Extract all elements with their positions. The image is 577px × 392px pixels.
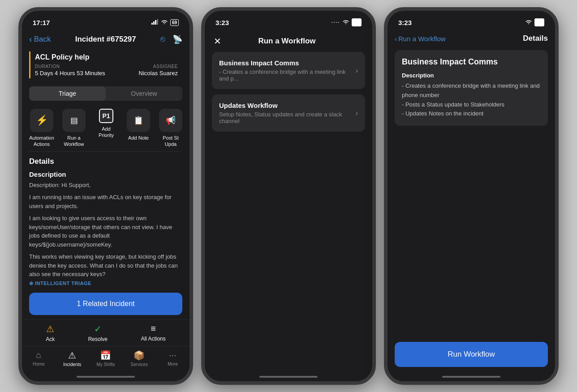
tabnav-shifts-label: My Shifts [96, 362, 115, 367]
close-button[interactable]: ✕ [214, 36, 221, 47]
phone-screen-2: 3:23 ···· ✕ Run a Workflow Business Impa… [201, 7, 376, 385]
back-label-3: Run a Workflow [398, 35, 446, 43]
intelligent-triage[interactable]: ⊕ INTELLIGENT TRIAGE [22, 277, 189, 290]
detail-spacer [388, 129, 555, 335]
run-workflow-icon: ▤ [62, 109, 86, 132]
duration-value: 5 Days 4 Hours 53 Minutes [35, 70, 105, 77]
status-icons-1: 69 [151, 19, 179, 26]
description-sub-title: Description [29, 170, 182, 178]
time-1: 17:17 [33, 19, 50, 26]
share-icon[interactable]: ⎋ [160, 34, 165, 44]
shifts-icon: 📅 [100, 350, 111, 361]
battery-icon-2 [352, 18, 362, 26]
resolve-label: Resolve [88, 336, 108, 342]
related-incident-button[interactable]: 1 Related Incident [29, 293, 182, 315]
back-label: Back [34, 35, 51, 44]
home-icon: ⌂ [36, 350, 41, 360]
incident-meta: DURATION 5 Days 4 Hours 53 Minutes ASSIG… [35, 64, 178, 77]
detail-desc-1: - Posts a Status update to Stakeholders [402, 100, 541, 110]
workflow-1-title: Business Impact Comms [219, 59, 350, 67]
description-text-3: I am looking to give users access to the… [29, 214, 182, 249]
back-to-workflow-button[interactable]: ‹ Run a Workflow [395, 35, 446, 43]
action-run-workflow[interactable]: ▤ Run aWorkflow [60, 109, 88, 148]
post-status-label: Post StUpda [163, 135, 178, 148]
detail-description-label: Description [402, 72, 541, 79]
workflow-item-1[interactable]: Business Impact Comms - Creates a confer… [212, 52, 365, 89]
status-icons-3 [525, 18, 544, 26]
home-indicator-3 [442, 376, 500, 378]
workflow-1-chevron-icon: › [356, 67, 358, 75]
section-title: Details [29, 157, 182, 166]
tabnav-incidents[interactable]: ⚠ Incidents [61, 350, 83, 367]
workflow-item-2[interactable]: Updates Workflow Setup Notes, Status upd… [212, 94, 365, 132]
svg-rect-1 [153, 21, 155, 25]
tabnav-services-label: Services [131, 362, 148, 367]
workflow-2-desc: Setup Notes, Status updates and create a… [219, 111, 350, 124]
tabnav-services[interactable]: 📦 Services [128, 350, 151, 367]
run-workflow-button[interactable]: Run Workflow [395, 342, 548, 367]
time-3: 3:23 [398, 19, 412, 26]
phone-screen-1: 17:17 69 ‹ Back Incident #675297 ⎋ 📡 [18, 7, 193, 385]
status-bar-1: 17:17 69 [22, 11, 189, 30]
incident-header: ACL Policy help DURATION 5 Days 4 Hours … [29, 51, 182, 78]
action-grid: ⚡ AutomationActions ▤ Run aWorkflow P1 A… [22, 105, 189, 151]
tabnav-home[interactable]: ⌂ Home [27, 350, 50, 367]
all-actions-icon: ≡ [151, 324, 156, 334]
battery-icon: 69 [170, 19, 179, 26]
more-icon: ··· [169, 350, 177, 360]
assignee-value: Nicolas Suarez [139, 70, 178, 77]
action-add-priority[interactable]: P1 AddPriority [92, 109, 121, 148]
nav-action-icons: ⎋ 📡 [160, 34, 182, 44]
workflow-1-content: Business Impact Comms - Creates a confer… [219, 59, 350, 82]
tabnav-home-label: Home [33, 362, 45, 366]
add-note-label: Add Note [128, 135, 149, 141]
detail-desc-0: - Creates a conference bridge with a mee… [402, 81, 541, 100]
action-post-status[interactable]: 📢 Post StUpda [156, 109, 185, 148]
tabnav-more[interactable]: ··· More [162, 350, 184, 367]
incident-duration: DURATION 5 Days 4 Hours 53 Minutes [35, 64, 105, 77]
tabnav-more-label: More [168, 362, 178, 366]
details-section: Details Description Description: Hi Supp… [22, 152, 189, 277]
svg-rect-2 [155, 20, 156, 25]
automation-icon: ⚡ [30, 109, 53, 132]
workflow-2-chevron-icon: › [356, 109, 358, 117]
all-actions-button[interactable]: ≡ All Actions [141, 324, 165, 342]
resolve-icon: ✓ [94, 324, 102, 334]
assignee-label: ASSIGNEE [139, 64, 178, 69]
tab-triage[interactable]: Triage [29, 86, 106, 101]
workflow-1-desc: - Creates a conference bridge with a mee… [219, 68, 350, 82]
ack-label: Ack [46, 336, 55, 342]
tabnav-shifts[interactable]: 📅 My Shifts [95, 350, 117, 367]
status-bar-2: 3:23 ···· [205, 11, 372, 30]
automation-label: AutomationActions [29, 135, 54, 148]
triage-tabs: Triage Overview [29, 86, 182, 101]
modal-title: Run a Workflow [258, 37, 315, 46]
home-indicator [77, 376, 135, 378]
incidents-icon: ⚠ [68, 350, 76, 361]
action-automation[interactable]: ⚡ AutomationActions [27, 109, 56, 148]
detail-desc-2: - Updates Notes on the incident [402, 109, 541, 119]
tabnav-incidents-label: Incidents [63, 362, 81, 367]
resolve-button[interactable]: ✓ Resolve [88, 324, 108, 342]
modal-nav: ✕ Run a Workflow [205, 30, 372, 52]
tab-overview[interactable]: Overview [106, 86, 182, 101]
ack-icon: ⚠ [46, 324, 54, 334]
duration-label: DURATION [35, 64, 105, 69]
wifi-icon-3 [525, 19, 532, 26]
detail-nav: ‹ Run a Workflow Details [388, 30, 555, 47]
description-text-1: Description: Hi Support, [29, 181, 182, 190]
back-button[interactable]: ‹ Back [29, 34, 51, 44]
action-add-note[interactable]: 📋 Add Note [124, 109, 153, 148]
cast-icon[interactable]: 📡 [172, 34, 182, 44]
workflow-list: Business Impact Comms - Creates a confer… [205, 52, 372, 376]
dots-icon: ···· [332, 20, 340, 25]
post-status-icon: 📢 [159, 109, 182, 132]
add-priority-icon: P1 [99, 109, 113, 123]
page-title-1: Incident #675297 [75, 35, 136, 44]
detail-card-title: Business Impact Comms [402, 57, 541, 67]
detail-nav-title: Details [523, 34, 548, 43]
incident-title: ACL Policy help [35, 53, 178, 61]
ack-button[interactable]: ⚠ Ack [46, 324, 55, 342]
detail-card: Business Impact Comms Description - Crea… [395, 50, 548, 126]
wifi-icon-2 [342, 19, 349, 26]
